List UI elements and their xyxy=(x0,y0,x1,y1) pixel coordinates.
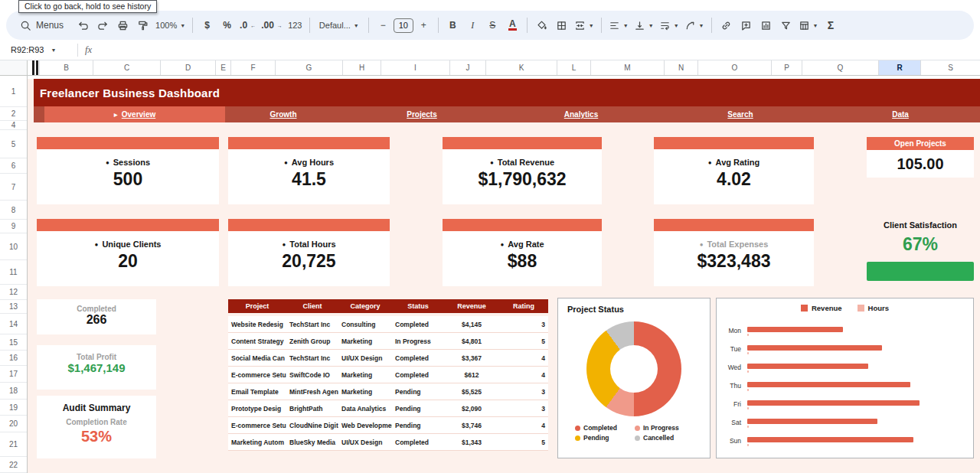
column-header-c[interactable]: C xyxy=(93,60,161,75)
open-projects-value[interactable]: 105.00 xyxy=(867,150,974,178)
text-wrap-button[interactable]: ▼ xyxy=(657,15,681,35)
redo-button[interactable] xyxy=(93,15,113,35)
row-header-10[interactable]: 10 xyxy=(0,233,27,260)
column-header-f[interactable]: F xyxy=(231,60,276,75)
increase-decimal-button[interactable]: .00→ xyxy=(259,15,285,35)
increase-font-size-button[interactable]: + xyxy=(414,15,433,35)
row-header-13[interactable]: 13 xyxy=(0,300,27,314)
undo-button[interactable] xyxy=(74,15,93,35)
column-header-s[interactable]: S xyxy=(921,60,980,75)
row-header-20[interactable]: 20 xyxy=(0,416,27,432)
italic-button[interactable]: I xyxy=(463,15,482,35)
column-header-n[interactable]: N xyxy=(665,60,698,75)
column-header-i[interactable]: I xyxy=(381,60,450,75)
paint-format-button[interactable] xyxy=(133,15,152,35)
insert-comment-button[interactable] xyxy=(737,15,756,35)
decrease-decimal-button[interactable]: .0← xyxy=(237,15,258,35)
merge-cells-button[interactable]: ▼ xyxy=(572,15,596,35)
table-views-button[interactable]: ▼ xyxy=(796,15,821,35)
row-header-18[interactable]: 18 xyxy=(0,383,27,400)
font-select[interactable]: Defaul...▼ xyxy=(315,15,364,35)
insert-chart-button[interactable] xyxy=(756,15,776,35)
tab-growth[interactable]: Growth xyxy=(270,106,297,122)
zoom-select[interactable]: 100%▼ xyxy=(153,15,188,35)
row-header-6[interactable]: 6 xyxy=(0,158,27,174)
row-header-21[interactable]: 21 xyxy=(0,432,27,457)
completed-card[interactable]: Completed 266 xyxy=(37,299,156,334)
font-size-input[interactable]: 10 xyxy=(394,18,413,33)
column-header-g[interactable]: G xyxy=(276,60,343,75)
functions-button[interactable]: Σ xyxy=(821,15,840,35)
row-header-7[interactable]: 7 xyxy=(0,174,27,201)
borders-button[interactable] xyxy=(552,15,571,35)
kpi-card-avg-rate[interactable]: ●Avg Rate$88 xyxy=(443,231,602,286)
format-currency-button[interactable]: $ xyxy=(198,15,217,35)
fill-color-button[interactable] xyxy=(532,15,551,35)
row-header-22[interactable]: 22 xyxy=(0,457,27,473)
row-header-4[interactable]: 4 xyxy=(0,121,27,130)
tab-search[interactable]: Search xyxy=(727,106,753,122)
bold-button[interactable]: B xyxy=(443,15,462,35)
text-rotation-button[interactable]: ▼ xyxy=(682,15,707,35)
column-header-k[interactable]: K xyxy=(486,60,557,75)
row-header-12[interactable]: 12 xyxy=(0,285,27,300)
vertical-align-button[interactable]: ▼ xyxy=(632,15,656,35)
format-percent-button[interactable]: % xyxy=(217,15,237,35)
table-row[interactable]: Content StrategyZenith GroupMarketingIn … xyxy=(228,333,548,350)
table-row[interactable]: Prototype DesigBrightPathData AnalyticsP… xyxy=(228,400,548,417)
strikethrough-button[interactable]: S xyxy=(483,15,502,35)
column-header-r[interactable]: R xyxy=(879,60,921,75)
column-header-l[interactable]: L xyxy=(557,60,591,75)
kpi-card-sessions[interactable]: ●Sessions500 xyxy=(37,149,219,204)
tab-projects[interactable]: Projects xyxy=(407,106,436,122)
row-header-5[interactable]: 5 xyxy=(0,130,27,158)
row-header-9[interactable]: 9 xyxy=(0,220,27,233)
table-row[interactable]: Marketing AutomBlueSky MediaUI/UX Design… xyxy=(228,434,548,451)
row-header-2[interactable]: 2 xyxy=(0,107,27,121)
column-header-o[interactable]: O xyxy=(698,60,772,75)
audit-summary-card[interactable]: Audit Summary Completion Rate 53% xyxy=(37,396,156,458)
table-row[interactable]: Website RedesigTechStart IncConsultingCo… xyxy=(228,316,548,333)
column-header-b[interactable]: B xyxy=(40,60,93,75)
select-all-corner[interactable] xyxy=(0,60,28,75)
tab-data[interactable]: Data xyxy=(892,106,909,122)
column-header-d[interactable]: D xyxy=(161,60,216,75)
frozen-pane-handle[interactable] xyxy=(28,60,40,75)
row-header-19[interactable]: 19 xyxy=(0,400,27,416)
print-button[interactable] xyxy=(113,15,132,35)
table-row[interactable]: Email TemplateMintFresh AgencMarketingPe… xyxy=(228,383,548,400)
menus-button[interactable]: Menus xyxy=(14,15,73,36)
tab-analytics[interactable]: Analytics xyxy=(564,106,598,122)
column-header-p[interactable]: P xyxy=(772,60,802,75)
kpi-card-avg-hours[interactable]: ●Avg Hours41.5 xyxy=(228,149,390,204)
kpi-card-avg-rating[interactable]: ●Avg Rating4.02 xyxy=(654,149,814,204)
kpi-card-total-revenue[interactable]: ●Total Revenue$1,790,632 xyxy=(443,149,602,204)
row-header-15[interactable]: 15 xyxy=(0,334,27,351)
kpi-card-total-expenses[interactable]: ●Total Expenses$323,483 xyxy=(654,231,814,286)
horizontal-align-button[interactable]: ▼ xyxy=(606,15,631,35)
row-header-17[interactable]: 17 xyxy=(0,366,27,383)
decrease-font-size-button[interactable]: − xyxy=(374,15,393,35)
kpi-card-unique-clients[interactable]: ●Unique Clients20 xyxy=(37,231,219,286)
tab-overview[interactable]: ▸Overview xyxy=(44,106,225,122)
table-row[interactable]: E-commerce SetuSwiftCode IOMarketingComp… xyxy=(228,367,548,383)
row-header-11[interactable]: 11 xyxy=(0,260,27,285)
name-box[interactable]: R92:R93 ▼ xyxy=(0,45,70,54)
column-header-h[interactable]: H xyxy=(343,60,381,75)
kpi-card-total-hours[interactable]: ●Total Hours20,725 xyxy=(228,231,390,286)
create-filter-button[interactable] xyxy=(776,15,795,35)
insert-link-button[interactable] xyxy=(717,15,736,35)
text-color-button[interactable]: A xyxy=(503,15,522,35)
more-formats-button[interactable]: 123 xyxy=(286,15,305,35)
table-row[interactable]: E-commerce SetuCloudNine DigitaWeb Devel… xyxy=(228,417,548,434)
column-header-q[interactable]: Q xyxy=(802,60,879,75)
total-profit-card[interactable]: Total Profit $1,467,149 xyxy=(37,345,156,390)
column-header-e[interactable]: E xyxy=(216,60,231,75)
row-header-1[interactable]: 1 xyxy=(0,77,27,107)
column-header-j[interactable]: J xyxy=(450,60,486,75)
table-row[interactable]: Social Media CanTechStart IncUI/UX Desig… xyxy=(228,350,548,367)
row-header-8[interactable]: 8 xyxy=(0,201,27,220)
column-header-m[interactable]: M xyxy=(591,60,665,75)
row-header-16[interactable]: 16 xyxy=(0,351,27,366)
row-header-14[interactable]: 14 xyxy=(0,314,27,334)
